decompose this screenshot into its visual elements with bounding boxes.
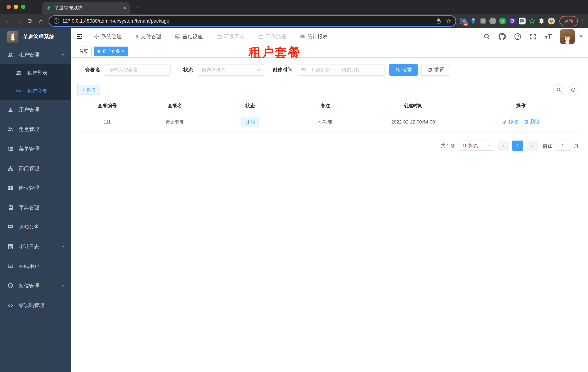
search-button[interactable]: 搜索 (389, 64, 418, 76)
close-window-button[interactable] (7, 5, 11, 9)
top-menu-workflow[interactable]: 工作流程 (258, 33, 286, 40)
end-date-input[interactable] (338, 67, 364, 73)
bookmark-star-icon[interactable]: ☆ (446, 18, 451, 24)
extension-y-icon[interactable]: y (499, 17, 506, 25)
pagination-goto: 前往 页 (543, 140, 578, 151)
date-range-picker[interactable]: - (297, 64, 385, 76)
sidebar-item-dict-management[interactable]: 字典管理 (0, 198, 71, 217)
refresh-table-button[interactable] (568, 85, 578, 95)
log-icon (8, 244, 13, 250)
user-avatar[interactable] (560, 29, 575, 44)
package-name-input[interactable] (105, 64, 170, 76)
app-title: 芋道管理系统 (23, 33, 54, 41)
url-bar[interactable]: i 127.0.0.1:48080/admin-ui/system/tenant… (49, 15, 456, 27)
extension-puzzle-icon[interactable] (538, 17, 545, 25)
sidebar-item-dept-management[interactable]: 部门管理 (0, 159, 71, 178)
share-icon[interactable] (436, 18, 441, 24)
sidebar-item-user-management[interactable]: 用户管理 (0, 100, 71, 119)
github-icon[interactable] (499, 33, 506, 40)
refresh-icon (427, 67, 432, 73)
tag-home[interactable]: 首页 (76, 47, 92, 56)
extension-chat-icon[interactable] (518, 17, 526, 25)
sidebar-item-notice[interactable]: 通知公告 (0, 217, 71, 237)
sidebar-item-error-code[interactable]: 错误码管理 (0, 296, 71, 315)
cell-actions: 修改 删除 (463, 118, 578, 125)
extension-shield-icon[interactable] (509, 17, 516, 25)
sidebar-logo[interactable]: 芋道管理系统 (0, 28, 71, 46)
pagination-total: 共 1 条 (441, 143, 455, 149)
sidebar-item-sms-management[interactable]: 短信管理 (0, 276, 71, 296)
tags-view-bar: 首页 租户套餐 × (71, 45, 588, 58)
status-select[interactable]: 请选择状态 (198, 64, 264, 76)
start-date-input[interactable] (307, 67, 334, 73)
next-page-button[interactable]: › (527, 140, 538, 151)
extension-command-icon[interactable] (479, 17, 487, 25)
top-menu-infrastructure[interactable]: 基础设施 (175, 33, 203, 40)
help-icon[interactable] (514, 33, 521, 40)
extension-record-icon[interactable] (489, 17, 496, 25)
minimize-window-button[interactable] (14, 5, 18, 9)
screen: 芋道管理系统 × + ← → ⟳ ⌂ i 127.0.0.1:48080/adm… (0, 0, 588, 372)
extension-drop-icon[interactable] (470, 17, 477, 25)
tab-close-icon[interactable]: × (123, 5, 126, 11)
shield-check-icon (8, 283, 13, 289)
sidebar-item-tenant-list[interactable]: 租户列表 (0, 64, 71, 82)
maximize-window-button[interactable] (21, 5, 25, 9)
browser-toolbar: ← → ⟳ ⌂ i 127.0.0.1:48080/admin-ui/syste… (0, 14, 588, 28)
add-button[interactable]: + 新增 (77, 85, 100, 95)
forward-button[interactable]: → (14, 16, 25, 26)
browser-menu-icon[interactable]: ⋮ (579, 18, 585, 24)
top-menu-dev-tools[interactable]: 研发工具 (217, 33, 244, 40)
chevron-down-icon (61, 245, 65, 249)
tag-close-icon[interactable]: × (122, 49, 124, 53)
home-button[interactable]: ⌂ (35, 16, 46, 26)
search-icon[interactable] (483, 33, 490, 40)
edit-link[interactable]: 修改 (502, 118, 518, 125)
reset-button[interactable]: 重置 (421, 64, 450, 76)
sidebar-item-audit-log[interactable]: 审计日志 (0, 237, 71, 256)
top-menu-reports[interactable]: 统计报表 (300, 33, 328, 40)
closed-eyes-icon (16, 88, 22, 94)
fullscreen-icon[interactable] (530, 33, 536, 40)
goto-page-input[interactable] (555, 140, 571, 151)
trash-icon (524, 119, 529, 124)
page-size-select[interactable]: 10条/页 (459, 140, 494, 151)
dictionary-icon (8, 205, 13, 211)
extension-star-icon[interactable] (528, 17, 536, 25)
sidebar-item-menu-management[interactable]: 菜单管理 (0, 139, 71, 159)
goto-unit: 页 (574, 143, 578, 149)
top-menu-payment[interactable]: ¥ 支付管理 (136, 33, 161, 40)
online-user-icon (8, 263, 13, 269)
back-button[interactable]: ← (3, 16, 14, 26)
active-tag-dot (97, 50, 100, 53)
sidebar-item-tenant-package[interactable]: 租户套餐 (0, 82, 71, 100)
browser-update-button[interactable]: 更新 (559, 16, 578, 26)
extensions-tray: 10 y (458, 17, 556, 25)
sidebar-toggle-icon[interactable] (71, 28, 89, 45)
font-size-icon[interactable]: TT (545, 33, 552, 40)
tag-tenant-package[interactable]: 租户套餐 × (94, 47, 128, 56)
toggle-search-button[interactable] (553, 85, 564, 95)
delete-link[interactable]: 删除 (524, 118, 539, 125)
sidebar-item-tenant-management[interactable]: 租户管理 (0, 46, 71, 64)
sidebar-item-post-management[interactable]: 岗位管理 (0, 178, 71, 198)
sidebar-item-role-management[interactable]: 角色管理 (0, 119, 71, 139)
sidebar-item-online-users[interactable]: 在线用户 (0, 256, 71, 276)
cell-package-id: 111 (77, 119, 137, 125)
site-info-icon[interactable]: i (53, 18, 59, 24)
prev-page-button[interactable]: ‹ (498, 140, 509, 151)
search-icon (395, 67, 400, 73)
extension-emoji-icon[interactable] (548, 17, 555, 25)
url-text: 127.0.0.1:48080/admin-ui/system/tenant/p… (62, 18, 432, 24)
sidebar: 芋道管理系统 租户管理 租户列表 (0, 28, 71, 372)
extension-tabs-icon[interactable]: 10 (460, 17, 467, 25)
app-frame: 芋道管理系统 租户管理 租户列表 (0, 28, 588, 372)
page-number-1[interactable]: 1 (512, 140, 523, 151)
browser-tab[interactable]: 芋道管理系统 × (42, 2, 130, 14)
top-menu-system[interactable]: 系统管理 (94, 33, 122, 40)
new-tab-button[interactable]: + (133, 2, 143, 13)
chevron-down-icon (61, 284, 65, 288)
reload-button[interactable]: ⟳ (25, 16, 35, 26)
cell-created-at: 2022-02-22 00:54:00 (363, 119, 463, 125)
peoples-icon (8, 127, 13, 132)
